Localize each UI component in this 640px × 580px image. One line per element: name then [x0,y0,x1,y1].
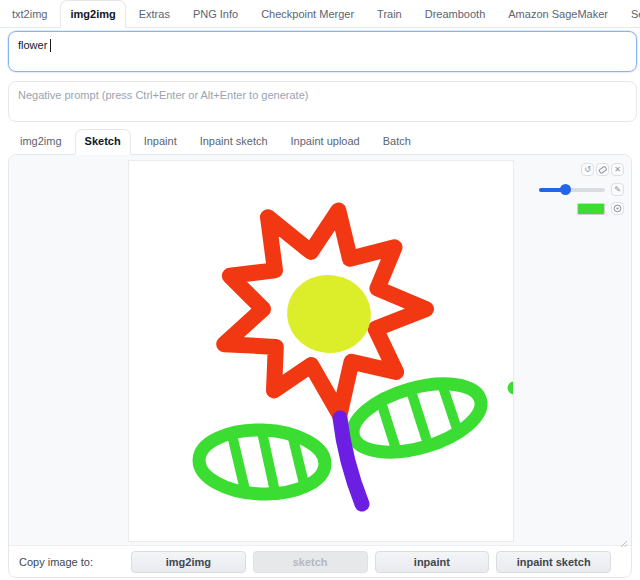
brush-color-swatch[interactable] [577,203,605,215]
brush-size-slider[interactable] [539,183,605,196]
color-picker-button[interactable] [611,202,624,215]
tab-settings[interactable]: Settings [621,0,640,28]
tab-amazon-sagemaker[interactable]: Amazon SageMaker [498,0,618,28]
tab-png-info[interactable]: PNG Info [183,0,248,28]
mode-tab-inpaint-sketch[interactable]: Inpaint sketch [190,129,278,155]
prompt-input[interactable]: flower [8,31,637,72]
copy-to-img2img-button[interactable]: img2img [131,551,246,573]
brush-icon: ✎ [614,184,621,195]
prompt-section: flower Negative prompt (press Ctrl+Enter… [0,28,640,122]
img2img-mode-tab-bar: img2img Sketch Inpaint Inpaint sketch In… [0,122,640,155]
main-tab-bar: txt2img img2img Extras PNG Info Checkpoi… [0,0,640,28]
tab-dreambooth[interactable]: Dreambooth [415,0,496,28]
stray-brush-dot [508,382,514,395]
undo-icon: ↺ [584,164,591,175]
mode-tab-batch[interactable]: Batch [373,129,421,155]
tab-extras[interactable]: Extras [129,0,180,28]
text-caret [50,39,51,52]
sketch-editor-area: ↺ ✕ ✎ [9,155,631,546]
sketch-editor: ↺ ✕ ✎ [8,154,632,578]
mode-tab-sketch[interactable]: Sketch [75,129,131,155]
tab-checkpoint-merger[interactable]: Checkpoint Merger [251,0,364,28]
resize-handle[interactable] [619,534,628,543]
tab-train[interactable]: Train [367,0,412,28]
color-picker-icon [613,204,622,213]
copy-to-inpaint-button[interactable]: inpaint [375,551,490,573]
tab-txt2img[interactable]: txt2img [2,0,57,28]
slider-thumb[interactable] [560,184,571,195]
right-leaf [345,371,488,465]
eraser-button[interactable] [596,163,609,176]
brush-size-button[interactable]: ✎ [611,183,624,196]
left-leaf [198,428,326,496]
copy-buttons: img2img sketch inpaint inpaint sketch [131,551,611,573]
copy-image-row: Copy image to: img2img sketch inpaint in… [9,546,631,577]
remove-image-button[interactable]: ✕ [611,163,624,176]
canvas-toolbar: ↺ ✕ ✎ [539,163,624,215]
negative-prompt-input[interactable]: Negative prompt (press Ctrl+Enter or Alt… [8,81,637,122]
mode-tab-inpaint[interactable]: Inpaint [134,129,187,155]
tab-img2img[interactable]: img2img [60,0,125,28]
sketch-canvas[interactable] [128,160,514,542]
eraser-icon [598,165,607,174]
undo-button[interactable]: ↺ [581,163,594,176]
mode-tab-img2img[interactable]: img2img [10,129,72,155]
copy-to-inpaint-sketch-button[interactable]: inpaint sketch [496,551,611,573]
flower-drawing [129,161,513,541]
negative-prompt-placeholder: Negative prompt (press Ctrl+Enter or Alt… [18,89,308,101]
close-icon: ✕ [614,164,621,175]
mode-tab-inpaint-upload[interactable]: Inpaint upload [281,129,370,155]
copy-to-sketch-button: sketch [253,551,368,573]
resize-grip-icon [619,539,628,548]
copy-image-label: Copy image to: [19,556,123,568]
prompt-text: flower [18,39,47,51]
flower-center-blob [282,270,376,359]
